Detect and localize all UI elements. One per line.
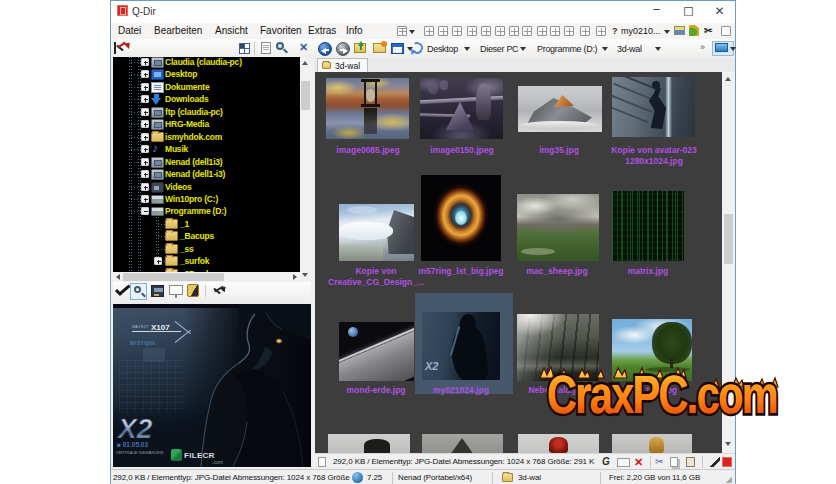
svg-text:■ 01.05.03: ■ 01.05.03 [117, 441, 148, 448]
svg-text:X2: X2 [116, 413, 153, 444]
svg-text:VERTRAUE NIEMANDEM: VERTRAUE NIEMANDEM [116, 450, 163, 455]
svg-text:CraxPC.com: CraxPC.com [547, 365, 777, 424]
